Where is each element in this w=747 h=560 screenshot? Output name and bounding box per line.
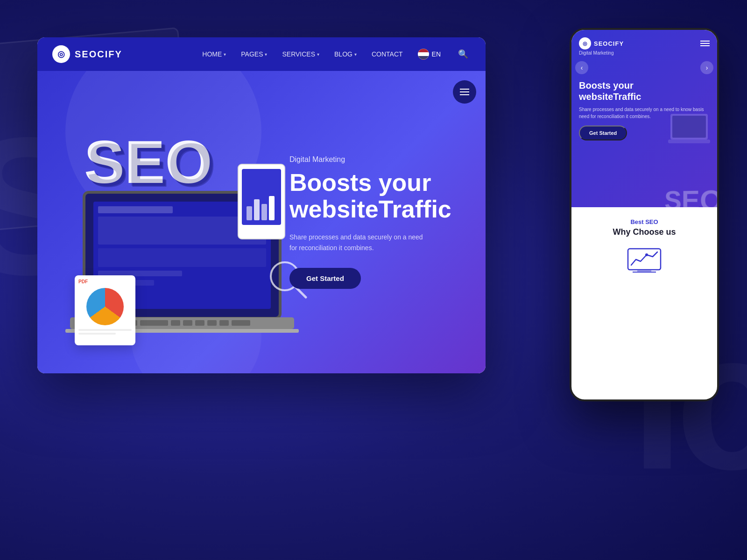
svg-rect-36 <box>672 116 706 138</box>
hero-title: Boosts your websiteTraffic <box>289 169 458 223</box>
hamburger-line-2 <box>460 91 469 92</box>
desktop-hero-content: Digital Marketing Boosts your websiteTra… <box>289 155 458 289</box>
desktop-hero: SEO SEO <box>37 71 486 373</box>
nav-services[interactable]: SERVICES ▾ <box>282 50 319 58</box>
dots-decoration <box>687 366 708 371</box>
svg-rect-38 <box>628 249 661 270</box>
us-flag-icon <box>418 49 429 60</box>
mobile-hamburger-button[interactable] <box>700 41 710 46</box>
chart-bar-2 <box>78 333 116 335</box>
svg-rect-20 <box>98 248 266 267</box>
dot-5 <box>687 370 689 371</box>
svg-point-41 <box>645 253 648 256</box>
hamburger-icon <box>460 89 469 95</box>
hero-description: Share processes and data securely on a n… <box>289 232 458 253</box>
search-button[interactable]: 🔍 <box>456 47 471 62</box>
hero-subtitle: Digital Marketing <box>289 155 458 164</box>
mobile-slider-arrows: ‹ › <box>571 61 717 74</box>
get-started-button[interactable]: Get Started <box>289 268 361 289</box>
mobile-logo-subtitle: Digital Marketing <box>571 49 717 56</box>
svg-rect-12 <box>195 320 204 326</box>
mobile-hero-section: ◎ SEOCIFY Digital Marketing ‹ › Boosts y… <box>571 30 717 207</box>
language-selector[interactable]: EN <box>418 49 441 60</box>
nav-links: HOME ▾ PAGES ▾ SERVICES ▾ BLOG ▾ CONTACT… <box>202 47 471 62</box>
svg-rect-11 <box>183 320 192 326</box>
dot-2 <box>693 366 695 368</box>
svg-rect-28 <box>269 196 275 220</box>
svg-rect-37 <box>668 140 710 143</box>
mobile-logo[interactable]: ◎ SEOCIFY <box>579 37 624 49</box>
dot-8 <box>704 370 706 371</box>
lang-code: EN <box>432 50 441 58</box>
mobile-hamburger-line-3 <box>700 45 710 46</box>
svg-rect-25 <box>247 206 252 220</box>
dots-grid <box>687 366 708 371</box>
pdf-chart-element: PDF <box>75 275 135 345</box>
pie-chart <box>86 288 124 325</box>
hamburger-menu-button[interactable] <box>453 80 476 104</box>
dot-4 <box>704 366 706 368</box>
pdf-label: PDF <box>78 279 132 284</box>
mobile-seo-decoration: SEO <box>664 183 717 207</box>
mobile-hamburger-line-1 <box>700 41 710 42</box>
hero-title-line2: websiteTraffic <box>289 196 451 223</box>
monitor-analytics-icon <box>626 246 663 274</box>
svg-rect-13 <box>207 320 217 326</box>
svg-rect-27 <box>261 204 267 220</box>
svg-rect-26 <box>254 199 260 220</box>
mobile-best-seo-label: Best SEO <box>579 218 710 225</box>
slider-prev-button[interactable]: ‹ <box>575 61 588 74</box>
pages-chevron-icon: ▾ <box>265 52 267 57</box>
svg-rect-18 <box>98 206 173 213</box>
svg-rect-14 <box>219 320 229 326</box>
mobile-hamburger-line-2 <box>700 43 710 44</box>
svg-rect-9 <box>140 320 168 326</box>
mobile-get-started-button[interactable]: Get Started <box>579 126 627 140</box>
mobile-why-choose-title: Why Choose us <box>579 227 710 237</box>
blog-chevron-icon: ▾ <box>354 52 357 57</box>
mobile-phone-mockup: ◎ SEOCIFY Digital Marketing ‹ › Boosts y… <box>570 28 719 401</box>
mobile-logo-icon: ◎ <box>579 37 591 49</box>
svg-rect-10 <box>171 320 180 326</box>
hero-title-line1: Boosts your <box>289 169 431 196</box>
hamburger-line-3 <box>460 94 469 95</box>
mobile-logo-text: SEOCIFY <box>594 40 624 47</box>
desktop-logo[interactable]: ◎ SEOCIFY <box>52 45 122 63</box>
logo-icon: ◎ <box>52 45 70 63</box>
hamburger-line-1 <box>460 89 469 90</box>
desktop-navbar: ◎ SEOCIFY HOME ▾ PAGES ▾ SERVICES ▾ BLOG… <box>37 37 486 71</box>
mobile-navbar: ◎ SEOCIFY <box>571 30 717 49</box>
nav-home[interactable]: HOME ▾ <box>202 50 226 58</box>
svg-text:SEO: SEO <box>87 131 215 199</box>
desktop-browser-mockup: ◎ SEOCIFY HOME ▾ PAGES ▾ SERVICES ▾ BLOG… <box>37 37 486 373</box>
mobile-hero-illustration <box>666 105 712 151</box>
dot-1 <box>687 366 689 368</box>
services-chevron-icon: ▾ <box>317 52 319 57</box>
mobile-white-section: Best SEO Why Choose us <box>571 207 717 286</box>
home-chevron-icon: ▾ <box>224 52 226 57</box>
nav-contact[interactable]: CONTACT <box>372 50 403 58</box>
monitor-icon-wrapper <box>579 246 710 274</box>
nav-blog[interactable]: BLOG ▾ <box>334 50 357 58</box>
svg-rect-15 <box>232 320 250 326</box>
slider-next-button[interactable]: › <box>700 61 713 74</box>
chart-bar-1 <box>78 329 132 331</box>
nav-pages[interactable]: PAGES ▾ <box>241 50 267 58</box>
mobile-slide-title: Boosts your websiteTraffic <box>579 80 710 102</box>
dot-3 <box>698 366 700 368</box>
dot-7 <box>698 370 700 371</box>
dot-6 <box>693 370 695 371</box>
logo-text: SEOCIFY <box>75 49 122 60</box>
